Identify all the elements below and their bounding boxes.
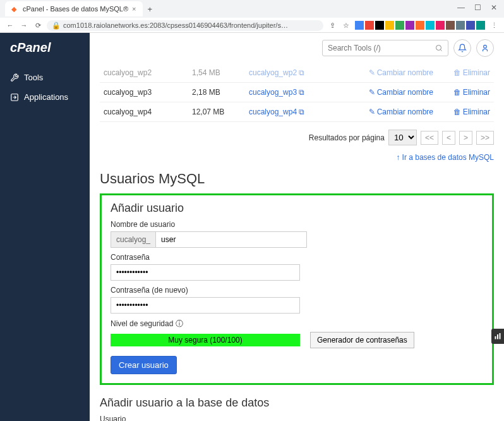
pencil-icon: ✎ [369, 107, 375, 116]
first-page-button[interactable]: << [421, 131, 438, 145]
table-row: cucalyog_wp4 12,07 MB cucalyog_wp4 ⧉ ✎Ca… [100, 102, 494, 122]
star-icon[interactable]: ☆ [341, 20, 351, 30]
last-page-button[interactable]: >> [476, 131, 494, 145]
search-field[interactable] [328, 44, 435, 52]
databases-table: cucalyog_wp2 1,54 MB cucalyog_wp2 ⧉ ✎Cam… [100, 63, 494, 122]
rename-button[interactable]: ✎Cambiar nombre [369, 88, 433, 97]
page-size-select[interactable]: 10 [388, 130, 417, 145]
delete-button[interactable]: 🗑Eliminar [453, 68, 490, 77]
trash-icon: 🗑 [453, 68, 461, 77]
main-content: cucalyog_wp2 1,54 MB cucalyog_wp2 ⧉ ✎Cam… [90, 33, 504, 421]
cpanel-logo: cPanel [0, 40, 90, 68]
close-button[interactable]: ✕ [486, 1, 501, 14]
svg-point-1 [436, 46, 441, 51]
user-select-label: Usuario [100, 415, 494, 421]
stats-tab-icon[interactable] [491, 329, 504, 344]
password2-label: Contraseña (de nuevo) [111, 286, 483, 295]
wrench-icon [10, 73, 19, 82]
strength-bar: Muy segura (100/100) [111, 334, 300, 346]
create-user-button[interactable]: Crear usuario [111, 356, 177, 374]
user-link[interactable]: cucalyog_wp4 [249, 107, 297, 116]
delete-button[interactable]: 🗑Eliminar [453, 88, 490, 97]
extension-icons [355, 21, 485, 30]
sidebar-item-label: Applications [24, 92, 68, 102]
username-prefix: cucalyog_ [111, 231, 155, 248]
copy-icon[interactable]: ⧉ [299, 68, 304, 77]
maximize-button[interactable]: ☐ [470, 1, 485, 14]
username-input[interactable] [155, 231, 307, 248]
copy-icon[interactable]: ⧉ [299, 107, 304, 116]
new-tab-button[interactable]: + [148, 4, 153, 14]
rename-button[interactable]: ✎Cambiar nombre [369, 107, 433, 116]
password-input[interactable] [111, 264, 300, 281]
svg-rect-5 [497, 334, 498, 339]
cpanel-favicon-icon: ◆ [11, 5, 19, 13]
search-input[interactable] [322, 40, 448, 56]
minimize-button[interactable]: — [453, 1, 469, 14]
rename-button[interactable]: ✎Cambiar nombre [369, 68, 433, 77]
browser-chrome: — ☐ ✕ ◆ cPanel - Bases de datos MySQL® ×… [0, 0, 504, 33]
export-icon [10, 93, 19, 102]
password-confirm-input[interactable] [111, 297, 300, 314]
forward-icon[interactable]: → [19, 20, 29, 30]
sidebar-item-applications[interactable]: Applications [0, 87, 90, 107]
close-tab-icon[interactable]: × [132, 5, 136, 13]
username-label: Nombre de usuario [111, 220, 483, 229]
svg-rect-4 [495, 336, 496, 339]
menu-icon[interactable]: ⋮ [489, 20, 499, 30]
back-icon[interactable]: ← [5, 20, 15, 30]
pager: Resultados por página 10 << < > >> [100, 130, 494, 145]
svg-rect-6 [500, 333, 501, 339]
copy-icon[interactable]: ⧉ [299, 88, 304, 97]
prev-page-button[interactable]: < [442, 131, 455, 145]
pager-label: Resultados por página [309, 133, 385, 142]
svg-point-3 [484, 45, 487, 48]
user-button[interactable] [476, 39, 494, 57]
search-icon[interactable] [435, 44, 443, 52]
delete-button[interactable]: 🗑Eliminar [453, 107, 490, 116]
info-icon[interactable]: ⓘ [176, 319, 183, 328]
lock-icon: 🔒 [52, 21, 61, 30]
add-user-title: Añadir usuario [111, 202, 483, 215]
notifications-button[interactable] [453, 39, 471, 57]
user-link[interactable]: cucalyog_wp2 [249, 68, 297, 77]
svg-line-2 [440, 49, 441, 51]
table-row: cucalyog_wp2 1,54 MB cucalyog_wp2 ⧉ ✎Cam… [100, 63, 494, 83]
tab-title: cPanel - Bases de datos MySQL® [23, 5, 128, 13]
password-generator-button[interactable]: Generador de contraseñas [310, 332, 414, 348]
browser-tab[interactable]: ◆ cPanel - Bases de datos MySQL® × [5, 1, 143, 16]
url-text: com1018.raiolanetworks.es:2083/cpsess014… [63, 21, 288, 29]
user-link[interactable]: cucalyog_wp3 [249, 88, 297, 97]
reload-icon[interactable]: ⟳ [33, 20, 43, 30]
trash-icon: 🗑 [453, 88, 461, 97]
password-label: Contraseña [111, 253, 483, 262]
sidebar-item-label: Tools [24, 73, 43, 82]
pencil-icon: ✎ [369, 88, 375, 97]
sidebar-item-tools[interactable]: Tools [0, 68, 90, 87]
pencil-icon: ✎ [369, 68, 375, 77]
next-page-button[interactable]: > [459, 131, 472, 145]
sidebar: cPanel Tools Applications [0, 33, 90, 421]
add-user-section: Añadir usuario Nombre de usuario cucalyo… [100, 193, 494, 385]
address-bar[interactable]: 🔒 com1018.raiolanetworks.es:2083/cpsess0… [47, 20, 323, 31]
back-to-databases-link[interactable]: ↑ Ir a bases de datos MySQL [100, 153, 494, 162]
strength-label: Nivel de seguridad ⓘ [111, 319, 483, 329]
table-row: cucalyog_wp3 2,18 MB cucalyog_wp3 ⧉ ✎Cam… [100, 83, 494, 102]
mysql-users-heading: Usuarios MySQL [100, 171, 494, 187]
add-user-db-title: Añadir usuario a la base de datos [100, 396, 494, 410]
trash-icon: 🗑 [453, 107, 461, 116]
share-icon[interactable]: ⇪ [327, 20, 337, 30]
